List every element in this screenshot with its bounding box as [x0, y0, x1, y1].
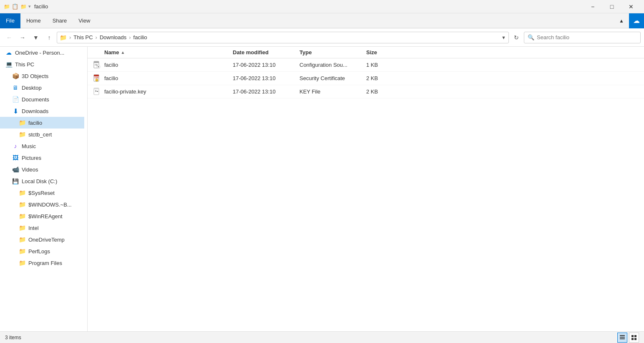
- videos-icon: 📹: [12, 166, 19, 173]
- winreagent-icon: 📁: [18, 213, 26, 219]
- path-downloads[interactable]: Downloads: [100, 34, 126, 40]
- sidebar-item-videos[interactable]: 📹 Videos: [0, 164, 84, 175]
- svg-rect-18: [631, 338, 634, 340]
- sidebar-item-localdisk[interactable]: 💾 Local Disk (C:): [0, 175, 84, 187]
- address-bar: ← → ▼ ↑ 📁 › This PC › Downloads › facili…: [0, 28, 644, 47]
- svg-rect-13: [620, 335, 625, 336]
- tab-share[interactable]: Share: [47, 13, 73, 28]
- file-name: facilio: [104, 75, 118, 81]
- file-size: 1 KB: [363, 62, 644, 68]
- svg-rect-17: [634, 335, 636, 337]
- file-type: Security Certificate: [296, 75, 363, 81]
- svg-text:🗝: 🗝: [95, 89, 98, 93]
- sidebar-item-programfiles[interactable]: 📁 Program Files: [0, 257, 84, 269]
- maximize-button[interactable]: □: [602, 0, 621, 13]
- onedrive-status-icon[interactable]: ☁: [629, 13, 644, 28]
- sidebar-scroll[interactable]: ☁ OneDrive - Person... 💻 This PC 📦 3D Ob…: [0, 47, 84, 331]
- file-size: 2 KB: [363, 88, 644, 95]
- svg-rect-1: [94, 61, 99, 63]
- svg-rect-6: [94, 75, 99, 76]
- sidebar-item-thispc[interactable]: 💻 This PC: [0, 58, 84, 70]
- tab-view[interactable]: View: [73, 13, 96, 28]
- path-dropdown-button[interactable]: ▼: [501, 35, 506, 40]
- sort-asc-icon: ▲: [121, 50, 125, 55]
- sidebar-item-winbt[interactable]: 📁 $WINDOWS.~B...: [0, 199, 84, 210]
- svg-text:CER: CER: [95, 77, 99, 79]
- sidebar-item-desktop[interactable]: 🖥 Desktop: [0, 82, 84, 93]
- music-icon: ♪: [12, 143, 19, 149]
- sidebar-item-downloads[interactable]: ⬇ Downloads: [0, 105, 84, 117]
- file-type: Configuration Sou...: [296, 62, 363, 68]
- svg-rect-19: [634, 338, 636, 340]
- sidebar-label-winbt: $WINDOWS.~B...: [28, 202, 72, 208]
- file-name-cell: CER ✓ facilio: [88, 74, 229, 83]
- sidebar-item-pictures[interactable]: 🖼 Pictures: [0, 152, 84, 164]
- up-button[interactable]: ↑: [43, 32, 55, 43]
- quick-access-folder[interactable]: 📁: [20, 3, 27, 10]
- recent-locations-button[interactable]: ▼: [30, 32, 42, 43]
- column-date-modified[interactable]: Date modified: [229, 49, 296, 55]
- status-bar: 3 items: [0, 331, 644, 343]
- sidebar-item-winreagent[interactable]: 📁 $WinREAgent: [0, 210, 84, 222]
- sidebar-label-facilio: facilio: [28, 120, 42, 126]
- path-facilio[interactable]: facilio: [133, 34, 147, 40]
- column-size[interactable]: Size: [363, 49, 644, 55]
- sidebar-label-pictures: Pictures: [22, 155, 41, 161]
- sidebar-item-music[interactable]: ♪ Music: [0, 140, 84, 152]
- view-toggle-buttons: [617, 333, 639, 343]
- sidebar-label-winreagent: $WinREAgent: [28, 213, 63, 219]
- ribbon-collapse-button[interactable]: ▲: [614, 13, 629, 28]
- sidebar-item-documents[interactable]: 📄 Documents: [0, 93, 84, 105]
- refresh-button[interactable]: ↻: [511, 32, 522, 43]
- file-name: facilio-private.key: [104, 88, 146, 95]
- path-this-pc[interactable]: This PC: [73, 34, 93, 40]
- sidebar-item-facilio[interactable]: 📁 facilio: [0, 117, 84, 129]
- table-row[interactable]: cfg facilio 17-06-2022 13:10 Configurati…: [88, 58, 644, 72]
- search-input[interactable]: [537, 34, 637, 40]
- tab-home[interactable]: Home: [20, 13, 47, 28]
- main-layout: ☁ OneDrive - Person... 💻 This PC 📦 3D Ob…: [0, 47, 644, 331]
- file-date: 17-06-2022 13:10: [229, 88, 296, 95]
- sidebar-label-onedrive: OneDrive - Person...: [15, 50, 65, 56]
- address-path[interactable]: 📁 › This PC › Downloads › facilio ▼: [57, 32, 509, 43]
- search-box[interactable]: 🔍: [524, 32, 641, 43]
- file-name-cell: 🗝 facilio-private.key: [88, 88, 229, 96]
- sidebar-label-thispc: This PC: [15, 61, 34, 68]
- table-row[interactable]: 🗝 facilio-private.key 17-06-2022 13:10 K…: [88, 85, 644, 98]
- sidebar-item-perflogs[interactable]: 📁 PerfLogs: [0, 245, 84, 257]
- quick-access-pin[interactable]: 📋: [12, 3, 18, 10]
- sidebar-item-onedrive[interactable]: ☁ OneDrive - Person...: [0, 47, 84, 58]
- column-name[interactable]: Name ▲: [88, 49, 229, 55]
- forward-button[interactable]: →: [17, 32, 28, 43]
- minimize-button[interactable]: −: [583, 0, 602, 13]
- sidebar-item-sysreset[interactable]: 📁 $SysReset: [0, 187, 84, 199]
- file-date: 17-06-2022 13:10: [229, 75, 296, 81]
- config-file-icon: cfg: [93, 61, 101, 69]
- sidebar: ☁ OneDrive - Person... 💻 This PC 📦 3D Ob…: [0, 47, 88, 331]
- file-name: facilio: [104, 62, 118, 68]
- ribbon-expand-area: ▲ ☁: [614, 13, 644, 28]
- svg-point-3: [98, 66, 99, 67]
- column-type[interactable]: Type: [296, 49, 363, 55]
- localdisk-icon: 💾: [12, 178, 19, 184]
- svg-rect-15: [620, 338, 625, 339]
- thispc-icon: 💻: [5, 61, 13, 68]
- programfiles-icon: 📁: [18, 260, 26, 266]
- ribbon: File Home Share View ▲ ☁: [0, 13, 644, 28]
- sidebar-item-3dobjects[interactable]: 📦 3D Objects: [0, 70, 84, 82]
- table-row[interactable]: CER ✓ facilio 17-06-2022 13:10 Security …: [88, 72, 644, 85]
- facilio-folder-icon: 📁: [18, 119, 26, 126]
- key-file-icon: 🗝: [93, 88, 101, 96]
- sidebar-item-stctb-cert[interactable]: 📁 stctb_cert: [0, 129, 84, 140]
- details-view-button[interactable]: [617, 333, 627, 343]
- sidebar-item-intel[interactable]: 📁 Intel: [0, 222, 84, 234]
- 3dobjects-icon: 📦: [12, 73, 19, 79]
- winbt-icon: 📁: [18, 201, 26, 208]
- close-button[interactable]: ✕: [621, 0, 641, 13]
- sidebar-label-music: Music: [22, 143, 36, 149]
- back-button[interactable]: ←: [3, 32, 15, 43]
- sidebar-item-onedrivetemp[interactable]: 📁 OneDriveTemp: [0, 234, 84, 245]
- tab-file[interactable]: File: [0, 13, 20, 28]
- title-bar: 📁 📋 📁 ▾ facilio − □ ✕: [0, 0, 644, 13]
- large-icons-view-button[interactable]: [629, 333, 639, 343]
